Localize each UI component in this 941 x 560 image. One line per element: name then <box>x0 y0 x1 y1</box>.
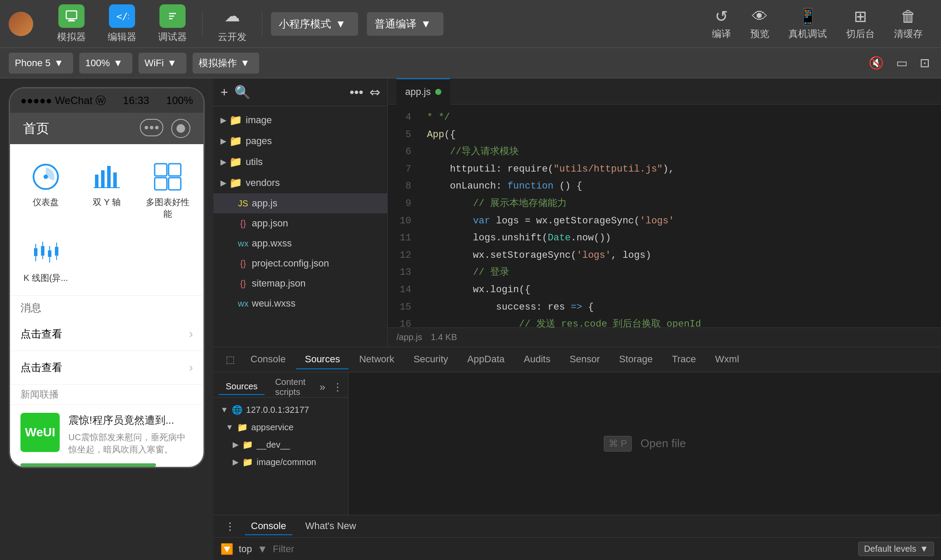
tree-arrow-vendors: ▶ <box>220 178 229 188</box>
sim-ops-arrow: ▼ <box>240 57 250 69</box>
whatsnew-tab-button[interactable]: What's New <box>299 518 362 535</box>
filter-input[interactable] <box>273 543 853 555</box>
mode-dropdown[interactable]: 小程序模式 ▼ <box>271 12 358 36</box>
code-area[interactable]: 456789 101112131415 161718192021 2223 * … <box>388 105 941 327</box>
file-search-button[interactable]: 🔍 <box>234 84 250 100</box>
sources-tab-content-scripts[interactable]: Content scripts <box>268 374 312 400</box>
preview-button[interactable]: 👁 预览 <box>750 7 769 40</box>
devtools-tab-appdata[interactable]: AppData <box>459 350 514 369</box>
phone-list-item-1[interactable]: 点击查看 › <box>10 317 203 351</box>
devtools-tab-network[interactable]: Network <box>350 350 403 369</box>
real-device-button[interactable]: 📱 真机调试 <box>789 7 827 40</box>
phone-nav-record[interactable] <box>171 119 190 138</box>
network-selector[interactable]: WiFi ▼ <box>139 53 186 74</box>
phone-nav-dots[interactable] <box>140 119 163 136</box>
debug-icon <box>159 4 186 28</box>
devtools-tab-security[interactable]: Security <box>405 350 457 369</box>
filter-level-dropdown[interactable]: Default levels ▼ <box>858 542 934 556</box>
compile-dropdown-label: 普通编译 <box>375 17 416 31</box>
sim-ops-selector[interactable]: 模拟操作 ▼ <box>193 53 260 74</box>
code-tab-appjs[interactable]: app.js <box>396 78 450 105</box>
json-icon-appjson: {} <box>238 219 248 229</box>
sources-tree-dev[interactable]: ▶ 📁 __dev__ <box>213 436 348 453</box>
tree-item-image[interactable]: ▶ 📁 image <box>213 110 387 131</box>
tree-label-projectconfig: project.config.json <box>252 258 329 269</box>
devtools-tab-storage[interactable]: Storage <box>610 350 661 369</box>
phone-frame: ●●●●● WeChat ⓦ 16:33 100% 首页 <box>9 87 205 468</box>
sources-root-label: 127.0.0.1:32177 <box>246 405 309 415</box>
code-content[interactable]: * */ App({ //导入请求模块 httputil: require("u… <box>418 105 941 327</box>
editor-button[interactable]: </> 编辑器 <box>105 4 139 44</box>
file-add-button[interactable]: + <box>220 85 228 100</box>
console-strip-icon[interactable]: ⋮ <box>222 518 238 535</box>
mute-icon[interactable]: 🔇 <box>866 53 887 73</box>
simulator-label: 模拟器 <box>57 30 86 44</box>
sources-tree-imagecommon[interactable]: ▶ 📁 image/common <box>213 453 348 471</box>
tree-item-utils[interactable]: ▶ 📁 utils <box>213 152 387 172</box>
app-item-multi-chart[interactable]: 多图表好性能 <box>139 155 196 227</box>
devtools-tab-sources[interactable]: Sources <box>296 350 349 369</box>
device-selector[interactable]: Phone 5 ▼ <box>9 53 73 74</box>
svg-rect-12 <box>113 172 117 188</box>
console-tab-button[interactable]: Console <box>245 518 292 535</box>
phone-news-item[interactable]: WeUI 震惊!程序员竟然遭到... UC震惊部发来慰问，垂死病中惊坐起，暗风吹… <box>10 405 203 463</box>
devtools-tab-audits[interactable]: Audits <box>515 350 559 369</box>
tree-label-appjson: app.json <box>252 218 288 229</box>
device-label: Phone 5 <box>15 57 51 69</box>
folder-icon-image: 📁 <box>229 114 242 126</box>
sources-tab-kebab[interactable]: ⋮ <box>332 381 343 393</box>
devtools-cursor-icon[interactable]: ⬚ <box>220 351 240 369</box>
tree-item-appjson[interactable]: ▶ {} app.json <box>213 213 387 233</box>
app-item-dual-y[interactable]: 双 Y 轴 <box>78 155 135 227</box>
app-item-dashboard[interactable]: 仪表盘 <box>17 155 74 227</box>
sources-folder-imagecommon-icon: 📁 <box>242 457 253 467</box>
code-line-6: //导入请求模块 <box>427 143 932 161</box>
compile-button[interactable]: ↺ 编译 <box>712 7 731 40</box>
code-line-12: wx.setStorageSync('logs', logs) <box>427 247 932 264</box>
phone-status-bar: ●●●●● WeChat ⓦ 16:33 100% <box>10 88 203 113</box>
devtools-tab-trace[interactable]: Trace <box>663 350 704 369</box>
code-file-size: 1.4 KB <box>431 332 457 342</box>
phone-list-item-2-arrow: › <box>189 361 193 374</box>
file-layout-icon[interactable]: ⇔ <box>369 84 380 100</box>
tree-item-projectconfig[interactable]: ▶ {} project.config.json <box>213 253 387 273</box>
code-line-15: wx.login({ <box>427 281 932 299</box>
cloud-button[interactable]: ☁ 云开发 <box>215 4 250 44</box>
simulator-button[interactable]: 模拟器 <box>54 4 89 44</box>
tree-item-appjs[interactable]: ▶ JS app.js <box>213 193 387 213</box>
sources-tree: ▼ 🌐 127.0.0.1:32177 ▼ 📁 appservice ▶ 📁 <box>213 398 348 474</box>
dot3 <box>155 126 159 129</box>
devtools-tab-console[interactable]: Console <box>242 350 294 369</box>
sources-tab-more[interactable]: » <box>316 379 328 395</box>
scale-selector[interactable]: 100% ▼ <box>79 53 132 74</box>
file-more-button[interactable]: ••• <box>349 85 363 100</box>
app-item-kline[interactable]: K 线图(异... <box>17 230 74 291</box>
devtools-tab-sensor[interactable]: Sensor <box>561 350 609 369</box>
tree-item-weuiwxss[interactable]: ▶ wx weui.wxss <box>213 293 387 314</box>
tree-item-sitemap[interactable]: ▶ {} sitemap.json <box>213 273 387 293</box>
svg-rect-14 <box>155 164 167 176</box>
phone-list-item-2[interactable]: 点击查看 › <box>10 351 203 385</box>
sources-tree-root[interactable]: ▼ 🌐 127.0.0.1:32177 <box>213 401 348 418</box>
tree-item-appwxss[interactable]: ▶ wx app.wxss <box>213 233 387 253</box>
sources-tab-sources[interactable]: Sources <box>219 379 264 395</box>
cut-backend-button[interactable]: ⊞ 切后台 <box>846 7 875 40</box>
sources-folder-dev-icon: 📁 <box>242 439 253 450</box>
tree-item-pages[interactable]: ▶ 📁 pages <box>213 131 387 152</box>
top-toolbar: 模拟器 </> 编辑器 调试器 ☁ 云开发 小程序模式 ▼ 普通编译 ▼ ↺ 编… <box>0 0 941 48</box>
phone-simulator: ●●●●● WeChat ⓦ 16:33 100% 首页 <box>0 78 213 560</box>
tree-item-vendors[interactable]: ▶ 📁 vendors <box>213 172 387 193</box>
debug-button[interactable]: 调试器 <box>155 4 190 44</box>
sources-tree-appservice[interactable]: ▼ 📁 appservice <box>213 418 348 436</box>
devtools-tab-wxml[interactable]: Wxml <box>707 350 748 369</box>
second-toolbar-icons: 🔇 ▭ ⊡ <box>866 53 932 73</box>
phone-news-title: 震惊!程序员竟然遭到... <box>68 413 193 428</box>
code-file-path: /app.js <box>396 332 422 342</box>
tree-label-appwxss: app.wxss <box>252 238 292 249</box>
layout-portrait-icon[interactable]: ▭ <box>894 53 910 73</box>
sources-main: ⌘ P Open file <box>349 372 941 515</box>
clear-cache-button[interactable]: 🗑 清缓存 <box>894 7 923 40</box>
compile-dropdown[interactable]: 普通编译 ▼ <box>367 12 443 36</box>
layout-landscape-icon[interactable]: ⊡ <box>917 53 932 73</box>
code-tab-label: app.js <box>405 86 431 98</box>
